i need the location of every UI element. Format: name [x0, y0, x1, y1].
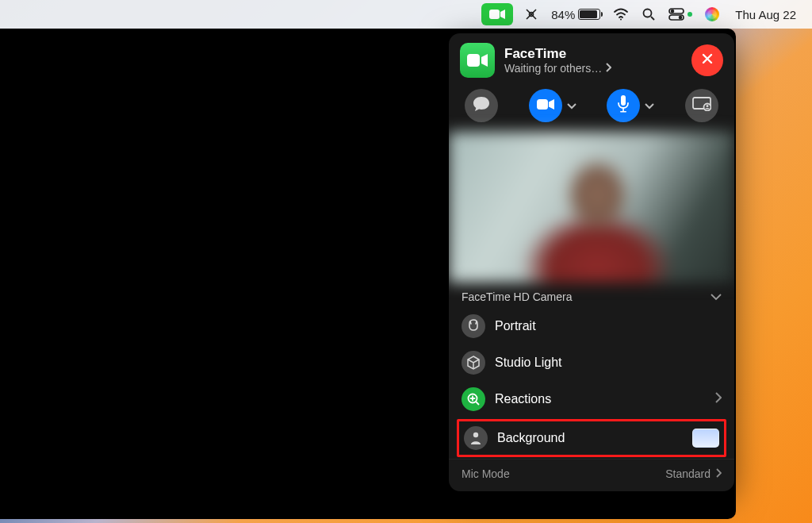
close-icon [700, 52, 714, 69]
siri-icon[interactable] [699, 0, 726, 29]
menubar-date[interactable]: Thu Aug 22 [729, 0, 802, 29]
svg-rect-8 [467, 54, 480, 67]
status-text: Waiting for others… [504, 62, 602, 75]
svg-rect-9 [537, 99, 548, 110]
battery-percent-label: 84% [551, 8, 575, 21]
video-toggle-button[interactable] [529, 89, 562, 122]
chevron-right-icon [714, 392, 722, 406]
portrait-label: Portrait [495, 319, 722, 333]
svg-point-2 [620, 19, 622, 21]
svg-rect-11 [623, 108, 625, 111]
svg-point-3 [644, 10, 652, 17]
popover-controls [449, 86, 734, 132]
facetime-popover: FaceTime Waiting for others… [449, 33, 734, 491]
battery-status[interactable]: 84% [545, 0, 607, 29]
reactions-row[interactable]: Reactions [449, 381, 734, 417]
screen-share-icon [692, 97, 711, 114]
person-icon [464, 426, 488, 450]
mic-mode-value: Standard [665, 467, 710, 480]
battery-icon [578, 9, 600, 20]
svg-point-5 [672, 10, 674, 13]
portrait-icon [462, 314, 485, 338]
svg-rect-0 [489, 10, 500, 19]
svg-rect-12 [620, 111, 626, 113]
video-options-chevron[interactable] [567, 98, 576, 113]
studio-light-label: Studio Light [495, 356, 722, 370]
message-icon [473, 96, 490, 115]
mic-mode-label: Mic Mode [462, 467, 510, 480]
reactions-label: Reactions [495, 392, 714, 406]
mic-toggle-button[interactable] [607, 89, 640, 122]
chevron-right-icon [605, 62, 611, 75]
background-thumbnail [692, 429, 719, 448]
facetime-menubar-indicator[interactable] [481, 3, 513, 25]
camera-selector[interactable]: FaceTime HD Camera [449, 283, 734, 308]
popover-title: FaceTime [504, 46, 691, 62]
popover-status[interactable]: Waiting for others… [504, 62, 691, 75]
svg-point-17 [473, 433, 478, 437]
end-call-button[interactable] [691, 44, 723, 76]
popover-header: FaceTime Waiting for others… [449, 33, 734, 86]
reactions-icon [462, 387, 485, 411]
chevron-down-icon [710, 290, 722, 303]
mic-mode-row[interactable]: Mic Mode Standard [449, 459, 734, 491]
screen-toolkit-icon[interactable] [518, 0, 545, 29]
background-row[interactable]: Background [457, 419, 726, 457]
facetime-app-icon [460, 43, 495, 78]
cube-icon [462, 351, 485, 375]
studio-light-row[interactable]: Studio Light [449, 344, 734, 381]
svg-point-15 [706, 105, 708, 107]
mic-icon [617, 95, 630, 116]
portrait-row[interactable]: Portrait [449, 308, 734, 344]
menu-bar: 84% Thu Aug 22 [0, 0, 812, 29]
camera-active-dot [688, 12, 692, 17]
messages-button[interactable] [465, 89, 498, 122]
background-label: Background [497, 431, 692, 445]
video-icon [537, 98, 554, 113]
svg-point-7 [680, 17, 682, 19]
video-icon [489, 9, 505, 20]
chevron-right-icon [715, 467, 722, 480]
control-center-icon[interactable] [662, 0, 699, 29]
screen-share-button[interactable] [685, 89, 718, 122]
mic-options-chevron[interactable] [645, 98, 654, 113]
wifi-icon[interactable] [607, 0, 635, 29]
svg-rect-10 [621, 95, 626, 106]
spotlight-icon[interactable] [635, 0, 662, 29]
camera-name-label: FaceTime HD Camera [462, 290, 573, 303]
camera-preview [449, 132, 734, 283]
